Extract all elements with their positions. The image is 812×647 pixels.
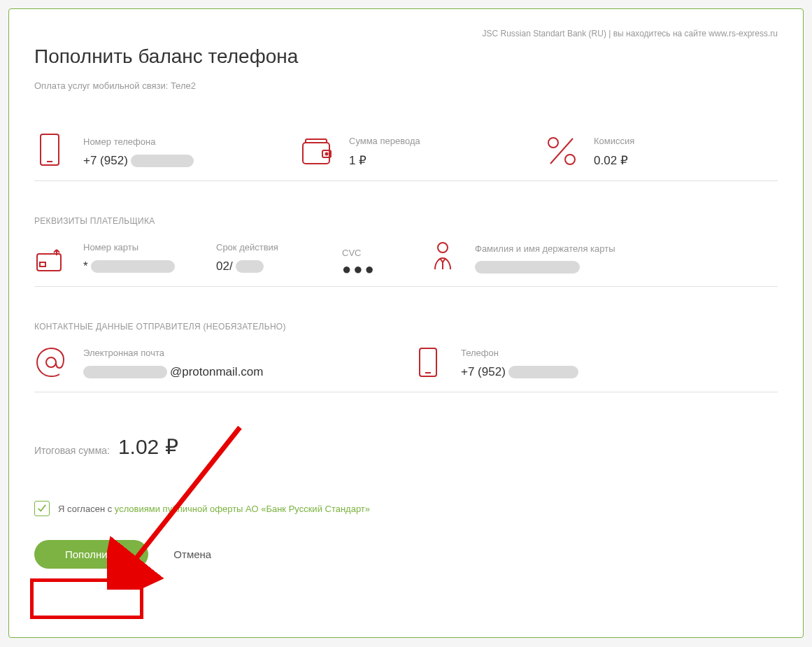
wallet-icon xyxy=(300,138,334,168)
page-title: Пополнить баланс телефона xyxy=(34,45,778,68)
contact-section-title: КОНТАКТНЫЕ ДАННЫЕ ОТПРАВИТЕЛЯ (НЕОБЯЗАТЕ… xyxy=(34,322,778,332)
email-value[interactable]: @protonmail.com xyxy=(83,365,263,379)
svg-point-4 xyxy=(326,153,328,155)
redacted xyxy=(83,366,167,378)
page-subtitle: Оплата услуг мобильной связи: Теле2 xyxy=(34,80,778,91)
expiry-value[interactable]: 02/ xyxy=(216,259,278,273)
contact-row: Электронная почта @protonmail.com Телефо… xyxy=(34,347,778,392)
holder-label: Фамилия и имя держателя карты xyxy=(475,243,615,254)
offer-link[interactable]: условиями публичной оферты АО «Банк Русс… xyxy=(115,504,370,514)
payment-row: Номер телефона +7 (952) Сумма перевода 1… xyxy=(34,133,778,181)
redacted xyxy=(236,260,264,273)
email-label: Электронная почта xyxy=(83,348,263,358)
actions-row: Пополнить Отмена xyxy=(34,540,778,569)
redacted xyxy=(508,366,578,378)
svg-rect-9 xyxy=(40,262,45,266)
payer-section-title: РЕКВИЗИТЫ ПЛАТЕЛЬЩИКА xyxy=(34,216,778,226)
cancel-button[interactable]: Отмена xyxy=(173,548,211,560)
submit-button[interactable]: Пополнить xyxy=(34,540,148,569)
redacted xyxy=(131,155,194,167)
expiry-label: Срок действия xyxy=(216,242,278,253)
percent-icon xyxy=(545,136,578,168)
redacted xyxy=(475,261,580,273)
svg-point-5 xyxy=(548,138,558,148)
svg-rect-0 xyxy=(41,134,59,165)
phone-value[interactable]: +7 (952) xyxy=(83,154,194,168)
contact-phone-label: Телефон xyxy=(461,348,578,358)
contact-phone-value[interactable]: +7 (952) xyxy=(461,365,578,379)
cvc-label: CVC xyxy=(342,248,376,258)
fee-label: Комиссия xyxy=(594,136,634,146)
site-note: JSC Russian Standart Bank (RU) | вы нахо… xyxy=(34,29,778,38)
phone-icon xyxy=(34,133,68,168)
card-label: Номер карты xyxy=(83,242,175,253)
svg-point-10 xyxy=(438,243,448,253)
svg-line-7 xyxy=(550,138,573,164)
redacted xyxy=(91,260,175,273)
payer-row: Номер карты * Срок действия 02/ CVC ●●● xyxy=(34,241,778,287)
holder-value[interactable] xyxy=(475,261,615,273)
card-value[interactable]: * xyxy=(83,259,175,273)
annotation-highlight xyxy=(30,578,143,619)
phone2-icon xyxy=(412,347,446,379)
amount-value[interactable]: 1 ₽ xyxy=(349,153,420,168)
total-amount: 1.02 ₽ xyxy=(118,435,178,458)
total-line: Итоговая сумма: 1.02 ₽ xyxy=(34,434,778,459)
amount-label: Сумма перевода xyxy=(349,136,420,146)
agree-checkbox[interactable] xyxy=(34,501,50,516)
payment-panel: JSC Russian Standart Bank (RU) | вы нахо… xyxy=(8,8,804,638)
svg-point-12 xyxy=(46,357,56,367)
phone-label: Номер телефона xyxy=(83,136,194,147)
at-icon xyxy=(34,347,68,379)
agree-row: Я согласен с условиями публичной оферты … xyxy=(34,501,778,516)
card-icon xyxy=(34,248,68,273)
person-icon xyxy=(426,241,460,273)
cvc-value[interactable]: ●●● xyxy=(342,265,376,273)
svg-point-6 xyxy=(565,155,575,164)
fee-value: 0.02 ₽ xyxy=(594,153,634,168)
